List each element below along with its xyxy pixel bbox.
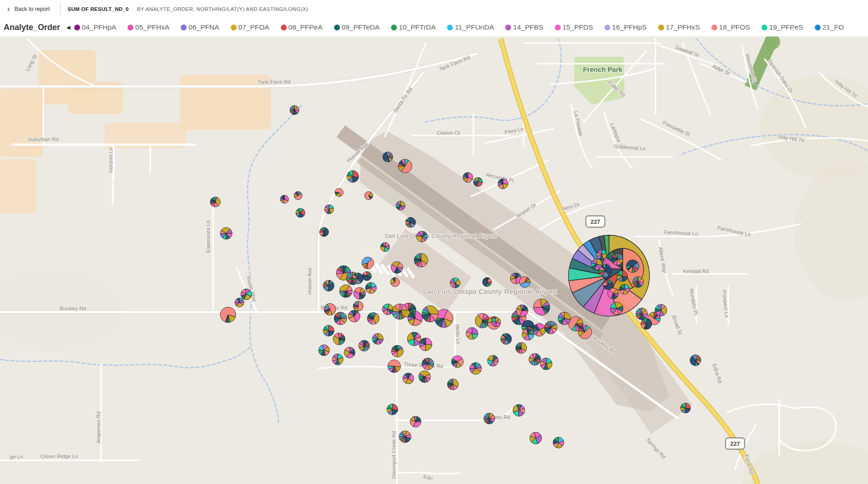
- pie-marker[interactable]: [641, 318, 652, 329]
- pie-marker[interactable]: [603, 280, 613, 290]
- pie-marker[interactable]: [344, 347, 355, 358]
- pie-marker[interactable]: [470, 363, 482, 374]
- pie-marker[interactable]: [323, 280, 334, 291]
- pie-marker[interactable]: [399, 431, 411, 443]
- pie-marker[interactable]: [324, 303, 336, 315]
- pie-marker[interactable]: [492, 318, 501, 327]
- pie-marker[interactable]: [296, 208, 305, 217]
- pie-marker[interactable]: [416, 231, 427, 242]
- pie-marker[interactable]: [487, 355, 498, 366]
- pie-marker[interactable]: [332, 354, 343, 365]
- pie-marker[interactable]: [387, 404, 398, 415]
- pie-marker[interactable]: [422, 306, 438, 322]
- pie-marker[interactable]: [365, 192, 373, 200]
- pie-marker[interactable]: [597, 250, 607, 260]
- pie-marker[interactable]: [498, 179, 508, 189]
- pie-marker[interactable]: [484, 413, 495, 424]
- legend-item-17_PFHxS[interactable]: 17_PFHxS: [658, 23, 700, 31]
- legend-item-15_PFDS[interactable]: 15_PFDS: [555, 23, 593, 31]
- pie-marker[interactable]: [325, 205, 334, 214]
- pie-marker[interactable]: [408, 311, 422, 326]
- pie-marker[interactable]: [611, 253, 623, 265]
- pie-marker[interactable]: [359, 340, 370, 351]
- legend-item-19_PFPeS[interactable]: 19_PFPeS: [761, 23, 803, 31]
- pie-marker[interactable]: [335, 188, 343, 197]
- pie-marker[interactable]: [320, 227, 329, 237]
- pie-marker[interactable]: [340, 285, 352, 297]
- pie-marker[interactable]: [280, 195, 289, 203]
- pie-marker[interactable]: [410, 416, 421, 427]
- pie-marker[interactable]: [591, 259, 602, 270]
- legend-item-10_PFTrDA[interactable]: 10_PFTrDA: [391, 23, 436, 31]
- pie-marker[interactable]: [450, 278, 460, 288]
- pie-marker[interactable]: [473, 177, 482, 187]
- pie-marker[interactable]: [241, 289, 252, 300]
- pie-marker[interactable]: [348, 310, 360, 322]
- pie-marker[interactable]: [447, 379, 458, 390]
- pie-marker[interactable]: [475, 313, 490, 328]
- back-to-report-button[interactable]: ‹ Back to report: [7, 5, 50, 13]
- pie-marker[interactable]: [533, 323, 546, 336]
- pie-marker[interactable]: [391, 277, 400, 287]
- pie-marker[interactable]: [353, 301, 363, 311]
- pie-marker[interactable]: [367, 313, 379, 324]
- pie-marker[interactable]: [463, 172, 473, 182]
- pie-marker[interactable]: [391, 345, 403, 357]
- pie-marker[interactable]: [388, 360, 401, 373]
- map-visual[interactable]: Long StTank Farm RdTank Farm RdSuburban …: [0, 36, 868, 484]
- pie-marker[interactable]: [519, 277, 530, 287]
- pie-marker[interactable]: [553, 437, 564, 448]
- pie-marker[interactable]: [516, 343, 527, 353]
- legend-item-05_PFHxA[interactable]: 05_PFHxA: [127, 23, 169, 31]
- pie-marker[interactable]: [391, 262, 403, 273]
- pie-marker[interactable]: [529, 353, 541, 365]
- pie-marker[interactable]: [333, 333, 345, 345]
- pie-marker[interactable]: [398, 159, 412, 173]
- legend-item-18_PFOS[interactable]: 18_PFOS: [711, 23, 750, 31]
- pie-marker[interactable]: [633, 277, 644, 287]
- legend-scroll-left-icon[interactable]: ◀: [66, 25, 70, 30]
- pie-marker[interactable]: [655, 304, 667, 316]
- legend-item-16_PFHpS[interactable]: 16_PFHpS: [604, 23, 647, 31]
- pie-marker[interactable]: [407, 332, 421, 346]
- pie-marker[interactable]: [235, 298, 244, 307]
- pie-marker[interactable]: [372, 333, 383, 344]
- legend-item-09_PFTeDA[interactable]: 09_PFTeDA: [334, 23, 380, 31]
- pie-marker[interactable]: [501, 333, 512, 344]
- pie-marker[interactable]: [323, 325, 334, 336]
- pie-marker[interactable]: [680, 403, 690, 413]
- pie-marker[interactable]: [210, 197, 220, 207]
- pie-marker[interactable]: [558, 312, 571, 325]
- pie-marker[interactable]: [334, 312, 347, 325]
- pie-marker[interactable]: [530, 432, 542, 444]
- legend-item-21_FO[interactable]: 21_FO: [815, 23, 844, 31]
- pie-marker[interactable]: [617, 271, 628, 282]
- legend-item-07_PFOA[interactable]: 07_PFOA: [231, 23, 269, 31]
- pie-marker[interactable]: [626, 260, 639, 272]
- pie-marker[interactable]: [578, 325, 592, 339]
- pie-marker[interactable]: [419, 338, 432, 351]
- pie-marker[interactable]: [383, 152, 393, 162]
- pie-marker[interactable]: [414, 253, 428, 267]
- pie-marker[interactable]: [619, 284, 629, 294]
- pie-marker[interactable]: [422, 358, 434, 370]
- pie-marker[interactable]: [406, 217, 416, 227]
- pie-marker[interactable]: [466, 328, 478, 339]
- pie-marker[interactable]: [362, 257, 374, 269]
- pie-marker[interactable]: [382, 304, 393, 315]
- pie-marker[interactable]: [513, 404, 525, 416]
- pie-marker[interactable]: [403, 373, 414, 384]
- pie-marker[interactable]: [365, 282, 376, 293]
- pie-marker[interactable]: [354, 287, 365, 299]
- pie-marker[interactable]: [516, 305, 528, 317]
- pie-marker[interactable]: [347, 171, 359, 182]
- pie-marker[interactable]: [610, 302, 623, 315]
- pie-marker[interactable]: [533, 299, 550, 315]
- pie-marker[interactable]: [544, 321, 557, 334]
- pie-marker[interactable]: [220, 227, 232, 239]
- pie-marker[interactable]: [690, 355, 701, 366]
- pie-marker[interactable]: [290, 106, 299, 115]
- pie-marker[interactable]: [636, 308, 648, 320]
- pie-marker[interactable]: [396, 201, 405, 210]
- pie-marker[interactable]: [352, 273, 363, 284]
